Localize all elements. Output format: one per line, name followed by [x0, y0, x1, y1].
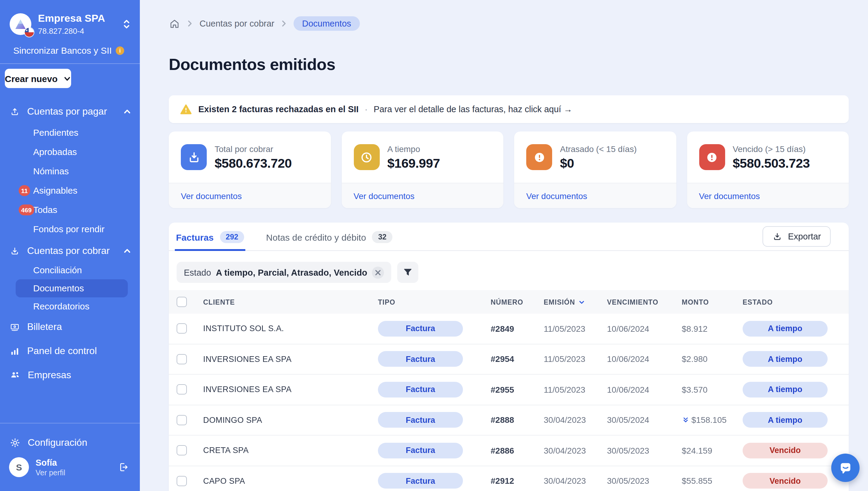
table-row[interactable]: INVERSIONES EA SPA Factura #2955 11/05/2… [169, 375, 849, 405]
client-name: INVERSIONES EA SPA [203, 385, 378, 394]
chat-button[interactable] [831, 454, 860, 482]
table-row[interactable]: INSTITUTO SOL S.A. Factura #2849 11/05/2… [169, 314, 849, 344]
table-row[interactable]: DOMINGO SPA Factura #2888 30/04/2023 30/… [169, 405, 849, 435]
filter-button[interactable] [398, 262, 418, 283]
table-row[interactable]: CRETA SPA Factura #2886 30/04/2023 30/05… [169, 435, 849, 466]
card-a-tiempo: A tiempo $169.997 Ver documentos [341, 132, 503, 208]
row-checkbox[interactable] [177, 476, 187, 486]
wallet-icon [10, 322, 20, 332]
doc-number: #2888 [491, 415, 544, 425]
alert-detail-link[interactable]: Para ver el detalle de las facturas, haz… [374, 104, 572, 114]
col-tipo: TIPO [378, 298, 491, 306]
card-vencido: Vencido (> 15 días) $580.503.723 Ver doc… [687, 132, 849, 208]
ver-documentos-link[interactable]: Ver documentos [526, 191, 587, 201]
select-all-checkbox[interactable] [177, 297, 187, 307]
row-checkbox[interactable] [177, 354, 187, 364]
status-badge: A tiempo [743, 351, 828, 367]
item-label: Documentos [33, 283, 84, 293]
breadcrumb-parent[interactable]: Cuentas por cobrar [199, 19, 274, 28]
company-switcher[interactable]: Empresa SPA 78.827.280-4 [10, 13, 131, 36]
col-cliente: CLIENTE [203, 298, 378, 306]
due-date: 10/06/2024 [607, 324, 682, 334]
export-button[interactable]: Exportar [763, 226, 831, 247]
col-estado: ESTADO [743, 298, 829, 306]
item-label: Nóminas [33, 166, 69, 176]
create-new-button[interactable]: Crear nuevo [5, 69, 71, 88]
avatar: S [9, 457, 29, 477]
sidebar-item-fondos-por-rendir[interactable]: Fondos por rendir [0, 220, 140, 239]
profile-row[interactable]: S Sofía Ver perfil [0, 457, 140, 477]
sidebar-item-billetera[interactable]: Billetera [0, 318, 140, 336]
row-checkbox[interactable] [177, 445, 187, 456]
link-label: Empresas [28, 370, 71, 381]
company-rut: 78.827.280-4 [38, 27, 115, 36]
company-name: Empresa SPA [38, 13, 115, 25]
sidebar-item-empresas[interactable]: Empresas [0, 366, 140, 384]
client-name: CRETA SPA [203, 446, 378, 455]
filter-label: Estado [184, 267, 211, 277]
sidebar-item-aprobadas[interactable]: Aprobadas [0, 142, 140, 162]
home-icon[interactable] [169, 18, 180, 29]
row-checkbox[interactable] [177, 384, 187, 395]
row-checkbox[interactable] [177, 415, 187, 425]
chevron-up-icon [123, 247, 131, 255]
chat-bubble-icon [838, 460, 853, 475]
alert-circle-icon [699, 144, 725, 170]
amount: $55.855 [682, 476, 743, 486]
tab-notas-credito-debito[interactable]: Notas de crédito y débito 32 [265, 231, 394, 251]
client-name: DOMINGO SPA [203, 415, 378, 425]
ver-documentos-link[interactable]: Ver documentos [353, 191, 414, 201]
sidebar-item-configuracion[interactable]: Configuración [0, 435, 140, 450]
filter-row: Estado A tiempo, Parcial, Atrasado, Venc… [177, 262, 849, 283]
ver-documentos-link[interactable]: Ver documentos [699, 191, 760, 201]
tab-facturas[interactable]: Facturas 292 [175, 231, 246, 251]
type-badge: Factura [378, 382, 463, 398]
sidebar: Empresa SPA 78.827.280-4 Sincronizar Ban… [0, 0, 140, 491]
row-checkbox[interactable] [177, 324, 187, 334]
type-badge: Factura [378, 321, 463, 337]
sidebar-item-conciliacion[interactable]: Conciliación [0, 261, 140, 279]
logout-icon[interactable] [118, 461, 129, 473]
col-numero: NÚMERO [491, 298, 544, 306]
client-name: INSTITUTO SOL S.A. [203, 324, 378, 333]
item-label: Aprobadas [33, 147, 77, 157]
funnel-icon [403, 267, 413, 278]
sidebar-item-asignables[interactable]: 11 Asignables [0, 181, 140, 200]
sidebar-item-nominas[interactable]: Nóminas [0, 162, 140, 181]
chile-flag-icon [25, 28, 34, 37]
company-logo [10, 13, 31, 35]
card-value: $169.997 [387, 156, 440, 171]
profile-name: Sofía [36, 458, 111, 467]
sidebar-section-cuentas-por-pagar[interactable]: Cuentas por pagar [0, 105, 140, 118]
submenu-cuentas-por-cobrar: Conciliación Documentos Recordatorios [0, 261, 140, 315]
issue-date: 11/05/2023 [544, 354, 607, 364]
view-profile-link[interactable]: Ver perfil [36, 468, 111, 477]
table-row[interactable]: CAPO SPA Factura #2912 30/04/2023 30/05/… [169, 466, 849, 491]
people-icon [10, 370, 21, 381]
sync-banks-link[interactable]: Sincronizar Bancos y SII i [13, 45, 130, 56]
sync-label: Sincronizar Bancos y SII [13, 45, 112, 56]
tab-count-badge: 32 [372, 231, 393, 243]
card-value: $580.673.720 [215, 156, 292, 171]
sidebar-section-cuentas-por-cobrar[interactable]: Cuentas por cobrar [0, 244, 140, 258]
info-icon: i [116, 46, 124, 55]
rejected-invoices-alert: Existen 2 facturas rechazadas en el SII … [169, 95, 849, 123]
item-label: Recordatorios [33, 301, 90, 311]
page-title: Documentos emitidos [169, 56, 849, 74]
table-row[interactable]: INVERSIONES EA SPA Factura #2954 11/05/2… [169, 344, 849, 375]
amount: $2.980 [682, 354, 743, 364]
sidebar-item-todas[interactable]: 469 Todas [0, 200, 140, 220]
sidebar-item-panel-de-control[interactable]: Panel de control [0, 342, 140, 360]
partial-payment-icon [682, 416, 689, 424]
tab-label: Notas de crédito y débito [266, 232, 366, 242]
remove-filter-icon[interactable] [372, 266, 384, 278]
item-label: Fondos por rendir [33, 224, 104, 234]
ver-documentos-link[interactable]: Ver documentos [181, 191, 242, 201]
sidebar-item-recordatorios[interactable]: Recordatorios [0, 297, 140, 315]
filter-value: A tiempo, Parcial, Atrasado, Vencido [216, 267, 367, 277]
breadcrumb-current[interactable]: Documentos [293, 16, 360, 31]
sidebar-item-documentos[interactable]: Documentos [16, 279, 128, 297]
sidebar-item-pendientes[interactable]: Pendientes [0, 123, 140, 142]
col-emision[interactable]: EMISIÓN [544, 298, 607, 306]
card-value: $0 [560, 156, 637, 171]
